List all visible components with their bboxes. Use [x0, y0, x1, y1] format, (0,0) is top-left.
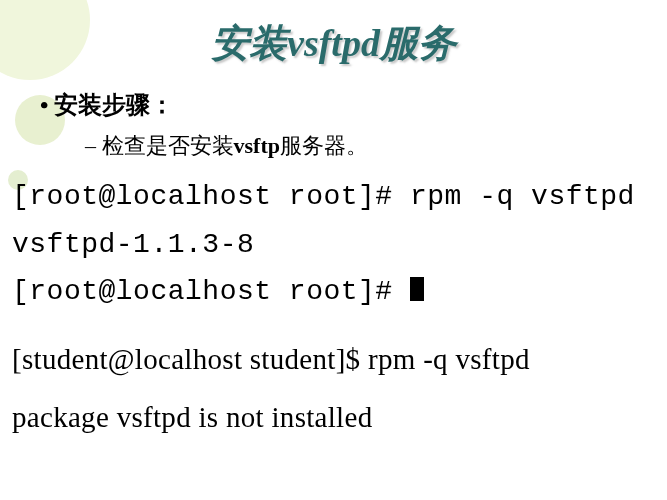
terminal-root-block: [root@localhost root]# rpm -q vsftpd vsf… — [12, 173, 667, 316]
bullet-level-2-text-prefix: 检查是否安装 — [102, 133, 234, 158]
terminal-line: [root@localhost root]# rpm -q vsftpd — [12, 173, 667, 221]
terminal-line: package vsftpd is not installed — [12, 388, 667, 446]
terminal-line: [student@localhost student]$ rpm -q vsft… — [12, 330, 667, 388]
slide-title: 安装vsftpd服务 — [0, 18, 667, 69]
terminal-line: [root@localhost root]# — [12, 268, 667, 316]
bullet-level-1: 安装步骤： — [40, 89, 667, 121]
terminal-student-block: [student@localhost student]$ rpm -q vsft… — [12, 330, 667, 446]
terminal-line: vsftpd-1.1.3-8 — [12, 221, 667, 269]
terminal-prompt: [root@localhost root]# — [12, 276, 410, 307]
bullet-level-2: 检查是否安装vsftp服务器。 — [85, 131, 667, 161]
slide-content: 安装vsftpd服务 安装步骤： 检查是否安装vsftp服务器。 [root@l… — [0, 0, 667, 446]
bullet-level-2-bold: vsftp — [234, 133, 280, 158]
bullet-level-2-text-suffix: 服务器。 — [280, 133, 368, 158]
cursor-icon — [410, 277, 424, 301]
